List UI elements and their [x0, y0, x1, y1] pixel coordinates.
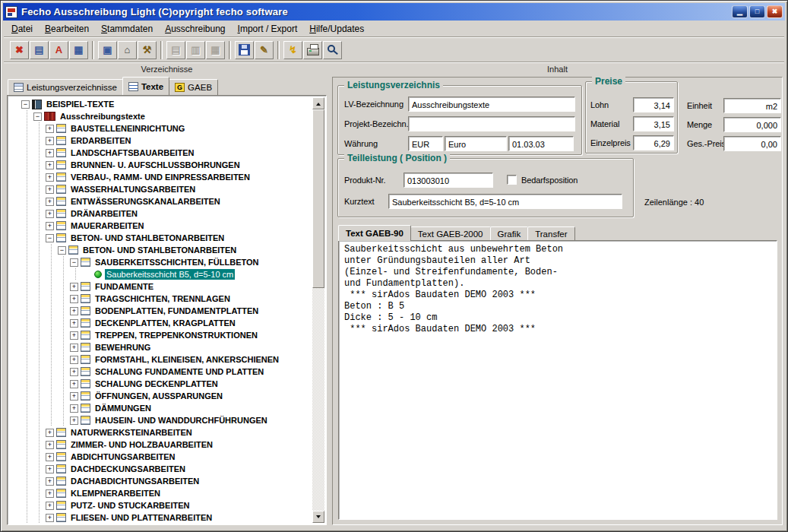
close-button[interactable]: ✖	[767, 5, 783, 18]
tree-item[interactable]: +BODENPLATTEN, FUNDAMENTPLATTEN	[9, 305, 312, 317]
waehrung-code-input[interactable]: EUR	[408, 136, 443, 151]
edit-button[interactable]: ✎	[255, 41, 274, 59]
expand-toggle[interactable]: +	[70, 392, 78, 401]
tree-item[interactable]: +FLIESEN- UND PLATTENARBEITEN	[9, 511, 312, 523]
expand-toggle[interactable]: +	[70, 307, 78, 315]
tree-item-label[interactable]: BRUNNEN- U. AUFSCHLUSSBOHRUNGEN	[69, 160, 242, 170]
menu-item-import-export[interactable]: Import / Export	[232, 21, 304, 36]
tree-item[interactable]: +TRAGSCHICHTEN, TRENNLAGEN	[9, 293, 312, 305]
tree-item[interactable]: +TREPPEN, TREPPENKONSTRUKTIONEN	[9, 329, 312, 341]
lv-bezeichnung-input[interactable]: Ausschreibungstexte	[408, 97, 575, 112]
collapse-toggle[interactable]: −	[70, 258, 78, 267]
expand-toggle[interactable]: +	[70, 404, 78, 413]
tree-item[interactable]: +FUNDAMENTE	[9, 280, 312, 293]
tree-item-label[interactable]: PUTZ- UND STUCKARBEITEN	[69, 500, 191, 511]
expand-toggle[interactable]: +	[46, 149, 54, 157]
tree-item-label[interactable]: ZIMMER- UND HOLZBAUARBEITEN	[69, 439, 214, 450]
windows-button[interactable]: ▣	[98, 41, 117, 59]
expand-toggle[interactable]: +	[46, 441, 54, 449]
scroll-down-button[interactable]	[312, 511, 324, 523]
expand-toggle[interactable]: +	[46, 477, 54, 486]
collapse-toggle[interactable]: −	[58, 246, 66, 255]
tree-item[interactable]: +BEWEHRUNG	[9, 341, 312, 353]
tree-item-label[interactable]: VERBAU-, RAMM- UND EINPRESSARBEITEN	[69, 172, 252, 182]
expand-toggle[interactable]: +	[46, 210, 54, 218]
expand-toggle[interactable]: +	[46, 137, 54, 145]
tree-item[interactable]: +KLEMPNERARBEITEN	[9, 487, 312, 499]
expand-toggle[interactable]: +	[70, 319, 78, 328]
minimize-button[interactable]: ▁	[732, 5, 748, 18]
tree-item-label[interactable]: ABDICHTUNGSARBEITEN	[69, 451, 177, 462]
tools-button[interactable]: ⚒	[138, 41, 157, 59]
print-button[interactable]	[303, 41, 322, 59]
einheit-input[interactable]: m2	[723, 98, 781, 113]
waehrung-name-input[interactable]: Euro	[445, 136, 507, 151]
tree-item[interactable]: +SCHALUNG FUNDAMENTE UND PLATTEN	[9, 366, 312, 378]
tree-scrollbar[interactable]	[312, 97, 324, 523]
menu-item-stammdaten[interactable]: Stammdaten	[95, 21, 159, 36]
projekt-bezeichnung-input[interactable]	[408, 116, 575, 131]
text-pane[interactable]: Sauberkeitsschicht aus unbewehrtem Beton…	[338, 240, 777, 520]
tree-item-label[interactable]: TREPPEN, TREPPENKONSTRUKTIONEN	[93, 330, 259, 340]
tree-item[interactable]: +BRUNNEN- U. AUFSCHLUSSBOHRUNGEN	[9, 159, 312, 171]
tree-item-label[interactable]: DACHDECKUNGSARBEITEN	[69, 464, 187, 474]
tree-item-label[interactable]: SCHALUNG DECKENPLATTEN	[93, 378, 220, 389]
collapse-toggle[interactable]: −	[46, 234, 54, 242]
ges-preis-input[interactable]: 0,00	[723, 136, 781, 151]
expand-toggle[interactable]: +	[46, 489, 54, 498]
bedarfsposition-checkbox[interactable]	[507, 175, 517, 185]
expand-toggle[interactable]: +	[70, 368, 78, 376]
expand-toggle[interactable]: +	[70, 283, 78, 291]
tree-item-label[interactable]: BETON- UND STAHLBETONARBEITEN	[69, 233, 226, 243]
material-input[interactable]: 3,15	[633, 116, 674, 131]
expand-toggle[interactable]: +	[46, 465, 54, 473]
tree-item[interactable]: +NATURWERKSTEINARBEITEN	[9, 426, 312, 439]
menu-item-hilfe-updates[interactable]: Hilfe/Updates	[303, 21, 370, 36]
tree-item-label[interactable]: LANDSCHAFTSBAUARBEITEN	[69, 147, 196, 158]
tree-item[interactable]: +DACHDECKUNGSARBEITEN	[9, 463, 312, 475]
tree-item[interactable]: +DRÄNARBEITEN	[9, 207, 312, 220]
tree-item-label[interactable]: DACHABDICHTUNGSARBEITEN	[69, 476, 201, 486]
tree-item-label[interactable]: ERDARBEITEN	[69, 135, 132, 146]
tree-item[interactable]: +MAUERARBEITEN	[9, 220, 312, 232]
menge-input[interactable]: 0,000	[723, 117, 781, 132]
delete-button[interactable]: ✖	[10, 41, 29, 59]
tree-item[interactable]: +DACHABDICHTUNGSARBEITEN	[9, 475, 312, 487]
tab-texte[interactable]: Texte	[122, 77, 169, 95]
copy-item-button[interactable]: ▤	[30, 41, 49, 59]
text-format-button[interactable]: A	[49, 41, 68, 59]
expand-toggle[interactable]: +	[70, 380, 78, 388]
tree-item-label[interactable]: NATURWERKSTEINARBEITEN	[69, 427, 194, 438]
tree-item[interactable]: +HAUSEIN- UND WANDDURCHFÜHRUNGEN	[9, 414, 312, 426]
tree-item-label[interactable]: HAUSEIN- UND WANDDURCHFÜHRUNGEN	[93, 415, 269, 426]
tree-item-label[interactable]: FLIESEN- UND PLATTENARBEITEN	[69, 512, 214, 523]
tree-item-label[interactable]: FUNDAMENTE	[93, 281, 155, 292]
tree-item[interactable]: −BEISPIEL-TEXTE	[9, 98, 312, 110]
tree-item-label[interactable]: Ausschreibungstexte	[59, 111, 147, 122]
scroll-thumb[interactable]	[312, 109, 324, 288]
tree-item-label[interactable]: BEWEHRUNG	[93, 342, 152, 353]
tree-item-label[interactable]: BODENPLATTEN, FUNDAMENTPLATTEN	[93, 306, 260, 316]
einzelpreis-input[interactable]: 6,29	[633, 135, 674, 150]
tree-item-label[interactable]: ENTWÄSSERUNGSKANALARBEITEN	[69, 196, 222, 207]
tree-item-label[interactable]: DRÄNARBEITEN	[69, 208, 139, 219]
kurztext-input[interactable]: Sauberkeitsschicht B5, d=5-10 cm	[388, 194, 622, 209]
tab-text-gaeb-90[interactable]: Text GAEB-90	[338, 225, 411, 241]
tab-leistungsverzeichnisse[interactable]: Leistungsverzeichnisse	[8, 79, 123, 95]
tab-text-gaeb-2000[interactable]: Text GAEB-2000	[410, 226, 491, 241]
collapse-toggle[interactable]: −	[21, 100, 30, 109]
lohn-input[interactable]: 3,14	[633, 97, 674, 112]
tree-item-label[interactable]: KLEMPNERARBEITEN	[69, 488, 162, 499]
tree-item-label[interactable]: FORMSTAHL, KLEINEISEN, ANKERSCHIENEN	[93, 354, 280, 365]
tree-item-label[interactable]: WASSERHALTUNGSARBEITEN	[69, 184, 197, 195]
expand-toggle[interactable]: +	[46, 453, 54, 461]
tree-item[interactable]: −BETON- UND STAHLBETONARBEITEN	[9, 244, 312, 256]
update-button[interactable]: ↯	[283, 41, 302, 59]
tab-grafik[interactable]: Grafik	[490, 226, 529, 241]
tree-item[interactable]: +LANDSCHAFTSBAUARBEITEN	[9, 147, 312, 159]
tree-item-label[interactable]: BETON- UND STAHLBETONARBEITEN	[81, 245, 238, 255]
expand-toggle[interactable]: +	[70, 331, 78, 340]
tree-item[interactable]: +ABDICHTUNGSARBEITEN	[9, 451, 312, 463]
maximize-button[interactable]: □	[749, 5, 765, 18]
expand-toggle[interactable]: +	[46, 185, 54, 194]
